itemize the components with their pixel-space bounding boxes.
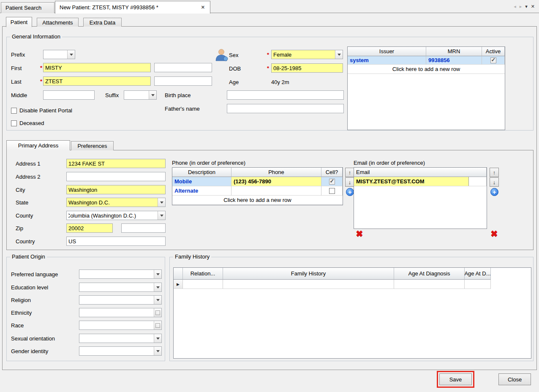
phone-column-header[interactable]: Phone bbox=[231, 168, 321, 177]
middle-name-input[interactable] bbox=[43, 90, 95, 100]
email-add-button[interactable]: + bbox=[490, 188, 498, 196]
issuer-column-header[interactable]: Issuer bbox=[348, 47, 426, 56]
chevron-down-icon[interactable] bbox=[154, 296, 161, 304]
relation-cell[interactable] bbox=[183, 280, 223, 289]
email-move-down-button[interactable]: ↓ bbox=[490, 177, 499, 187]
phone-row-alternate[interactable]: Alternate bbox=[172, 186, 343, 196]
row-selector-cell[interactable]: ▶ bbox=[174, 280, 183, 289]
mrn-row[interactable]: system 9938856 bbox=[348, 56, 505, 65]
email-row[interactable]: MISTY.ZTEST@TEST.COM bbox=[354, 177, 487, 186]
mrn-column-header[interactable]: MRN bbox=[426, 47, 482, 56]
email-cell[interactable]: MISTY.ZTEST@TEST.COM bbox=[354, 177, 487, 186]
email-move-up-button[interactable]: ↑ bbox=[490, 168, 499, 177]
chevron-down-icon[interactable] bbox=[154, 270, 161, 278]
disable-portal-checkbox[interactable] bbox=[11, 108, 17, 114]
first-name-alt-input[interactable] bbox=[154, 63, 212, 72]
city-label: City bbox=[16, 187, 25, 193]
email-delete-button[interactable]: ✖ bbox=[490, 229, 499, 238]
tab-extra-data[interactable]: Extra Data bbox=[83, 18, 122, 27]
mrn-cell[interactable]: 9938856 bbox=[426, 56, 482, 65]
tab-preferences[interactable]: Preferences bbox=[71, 141, 114, 150]
scroll-right-icon[interactable]: ▸ bbox=[520, 4, 522, 9]
county-select[interactable]: Columbia (Washington D.C.) bbox=[66, 211, 166, 220]
phone-description-cell[interactable]: Alternate bbox=[172, 186, 231, 196]
description-column-header[interactable]: Description bbox=[172, 168, 231, 177]
address1-input[interactable] bbox=[66, 159, 166, 168]
gender-identity-label: Gender identity bbox=[11, 348, 48, 354]
tab-new-patient[interactable]: New Patient: ZTEST, MISTY #9938856 * ✕ bbox=[55, 1, 210, 14]
multi-select-icon[interactable] bbox=[154, 321, 161, 329]
phone-number-cell[interactable]: (123) 456-7890 bbox=[231, 177, 321, 186]
religion-select[interactable] bbox=[79, 295, 162, 305]
chevron-down-icon[interactable] bbox=[149, 91, 156, 99]
address2-input[interactable] bbox=[66, 172, 166, 181]
email-table-header: Email bbox=[354, 168, 487, 177]
phone-description-cell[interactable]: Mobile bbox=[172, 177, 231, 186]
phone-number-cell[interactable] bbox=[231, 186, 321, 196]
country-input[interactable] bbox=[66, 237, 166, 246]
ethnicity-select[interactable] bbox=[79, 308, 162, 317]
save-button[interactable]: Save bbox=[439, 373, 472, 385]
active-column-header[interactable]: Active bbox=[482, 47, 505, 56]
email-column-header[interactable]: Email bbox=[354, 168, 487, 177]
zip-input[interactable] bbox=[66, 223, 113, 233]
age-at-diagnosis-cell[interactable] bbox=[394, 280, 465, 289]
preferred-language-select[interactable] bbox=[79, 270, 162, 279]
tab-list-icon[interactable]: ▾ bbox=[525, 4, 528, 9]
cell-checkbox[interactable] bbox=[329, 179, 335, 185]
chevron-down-icon[interactable] bbox=[154, 347, 161, 355]
phone-delete-button[interactable]: ✖ bbox=[355, 229, 364, 238]
tab-patient[interactable]: Patient bbox=[6, 17, 32, 27]
race-select[interactable] bbox=[79, 321, 162, 330]
family-history-row[interactable]: ▶ bbox=[174, 280, 531, 289]
age-at-death-column-header[interactable]: Age At D... bbox=[465, 268, 491, 280]
issuer-cell[interactable]: system bbox=[348, 56, 426, 65]
scroll-left-icon[interactable]: ◂ bbox=[514, 4, 516, 9]
birth-place-input[interactable] bbox=[227, 90, 344, 100]
cell-checkbox[interactable] bbox=[329, 188, 335, 194]
phone-add-row[interactable]: Click here to add a new row bbox=[172, 196, 343, 205]
last-name-input[interactable] bbox=[43, 76, 151, 86]
tab-primary-address[interactable]: Primary Address bbox=[6, 140, 70, 150]
email-value[interactable]: MISTY.ZTEST@TEST.COM bbox=[354, 177, 469, 186]
tab-close-icon[interactable]: ✕ bbox=[200, 5, 206, 10]
prefix-select[interactable] bbox=[43, 50, 75, 59]
last-name-alt-input[interactable] bbox=[154, 76, 212, 86]
education-level-select[interactable] bbox=[79, 283, 162, 292]
relation-column-header[interactable]: Relation... bbox=[183, 268, 223, 280]
close-button[interactable]: Close bbox=[498, 373, 531, 385]
tab-attachments[interactable]: Attachments bbox=[37, 18, 79, 27]
active-checkbox[interactable] bbox=[490, 57, 496, 63]
first-name-input[interactable] bbox=[43, 63, 151, 72]
city-input[interactable] bbox=[66, 185, 166, 194]
chevron-down-icon[interactable] bbox=[335, 50, 343, 59]
phone-move-down-button[interactable]: ↓ bbox=[345, 177, 354, 187]
chevron-down-icon[interactable] bbox=[154, 283, 161, 291]
chevron-down-icon[interactable] bbox=[154, 334, 161, 343]
chevron-down-icon[interactable] bbox=[158, 198, 165, 207]
phone-move-up-button[interactable]: ↑ bbox=[345, 168, 354, 177]
age-at-death-cell[interactable] bbox=[465, 280, 491, 289]
mrn-add-row[interactable]: Click here to add a new row bbox=[348, 65, 505, 74]
chevron-down-icon[interactable] bbox=[158, 211, 165, 220]
family-history-cell[interactable] bbox=[223, 280, 394, 289]
state-select[interactable]: Washington D.C. bbox=[66, 198, 166, 207]
phone-row-mobile[interactable]: Mobile (123) 456-7890 bbox=[172, 177, 343, 186]
dob-input[interactable] bbox=[271, 63, 343, 73]
sex-select[interactable]: Female bbox=[271, 50, 343, 59]
multi-select-icon[interactable] bbox=[154, 308, 161, 317]
age-at-diagnosis-column-header[interactable]: Age At Diagnosis bbox=[394, 268, 465, 280]
suffix-select[interactable] bbox=[124, 90, 157, 100]
phone-add-button[interactable]: + bbox=[346, 188, 354, 196]
chevron-down-icon[interactable] bbox=[67, 50, 75, 59]
patient-photo-button[interactable] bbox=[214, 47, 229, 62]
fathers-name-input[interactable] bbox=[227, 104, 344, 113]
zip-ext-input[interactable] bbox=[121, 223, 166, 233]
gender-identity-select[interactable] bbox=[79, 346, 162, 356]
cell-column-header[interactable]: Cell? bbox=[321, 168, 343, 177]
deceased-checkbox[interactable] bbox=[11, 120, 17, 126]
close-icon[interactable]: ✕ bbox=[531, 4, 535, 9]
sexual-orientation-select[interactable] bbox=[79, 334, 162, 343]
family-history-column-header[interactable]: Family History bbox=[223, 268, 394, 280]
tab-patient-search[interactable]: Patient Search bbox=[1, 2, 54, 13]
